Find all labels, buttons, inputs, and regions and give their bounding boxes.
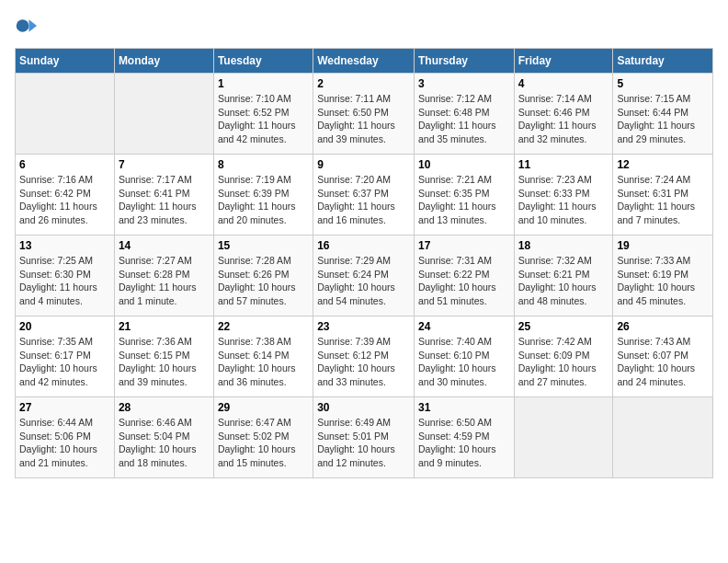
- day-number: 22: [218, 320, 309, 333]
- day-number: 3: [418, 77, 510, 90]
- calendar-cell: 3Sunrise: 7:12 AM Sunset: 6:48 PM Daylig…: [414, 74, 514, 155]
- day-detail: Sunrise: 6:49 AM Sunset: 5:01 PM Dayligh…: [317, 416, 410, 470]
- calendar-week-5: 27Sunrise: 6:44 AM Sunset: 5:06 PM Dayli…: [16, 397, 713, 478]
- day-detail: Sunrise: 7:42 AM Sunset: 6:09 PM Dayligh…: [518, 335, 609, 389]
- weekday-header-monday: Monday: [114, 49, 213, 74]
- day-detail: Sunrise: 7:11 AM Sunset: 6:50 PM Dayligh…: [317, 92, 410, 146]
- calendar-cell: 21Sunrise: 7:36 AM Sunset: 6:15 PM Dayli…: [114, 316, 213, 397]
- calendar-cell: [114, 74, 213, 155]
- weekday-header-row: SundayMondayTuesdayWednesdayThursdayFrid…: [16, 49, 713, 74]
- day-detail: Sunrise: 7:25 AM Sunset: 6:30 PM Dayligh…: [19, 254, 110, 308]
- day-detail: Sunrise: 6:47 AM Sunset: 5:02 PM Dayligh…: [218, 416, 309, 470]
- calendar-cell: 8Sunrise: 7:19 AM Sunset: 6:39 PM Daylig…: [213, 155, 313, 236]
- day-detail: Sunrise: 7:15 AM Sunset: 6:44 PM Dayligh…: [617, 92, 709, 146]
- day-number: 7: [119, 158, 210, 171]
- calendar-week-4: 20Sunrise: 7:35 AM Sunset: 6:17 PM Dayli…: [16, 316, 713, 397]
- day-detail: Sunrise: 7:27 AM Sunset: 6:28 PM Dayligh…: [119, 254, 210, 308]
- day-number: 8: [218, 158, 309, 171]
- calendar-cell: 19Sunrise: 7:33 AM Sunset: 6:19 PM Dayli…: [613, 236, 713, 316]
- day-number: 27: [19, 401, 110, 414]
- weekday-header-saturday: Saturday: [613, 49, 713, 74]
- day-number: 24: [418, 320, 510, 333]
- calendar-cell: 26Sunrise: 7:43 AM Sunset: 6:07 PM Dayli…: [613, 316, 713, 397]
- calendar-cell: 1Sunrise: 7:10 AM Sunset: 6:52 PM Daylig…: [213, 74, 313, 155]
- day-number: 1: [218, 77, 309, 90]
- day-detail: Sunrise: 7:19 AM Sunset: 6:39 PM Dayligh…: [218, 173, 309, 227]
- weekday-header-tuesday: Tuesday: [213, 49, 313, 74]
- calendar-cell: 28Sunrise: 6:46 AM Sunset: 5:04 PM Dayli…: [114, 397, 213, 478]
- day-detail: Sunrise: 7:28 AM Sunset: 6:26 PM Dayligh…: [218, 254, 309, 308]
- day-detail: Sunrise: 7:32 AM Sunset: 6:21 PM Dayligh…: [518, 254, 609, 308]
- day-detail: Sunrise: 7:24 AM Sunset: 6:31 PM Dayligh…: [617, 173, 709, 227]
- day-detail: Sunrise: 7:38 AM Sunset: 6:14 PM Dayligh…: [218, 335, 309, 389]
- day-number: 23: [317, 320, 410, 333]
- calendar-cell: 11Sunrise: 7:23 AM Sunset: 6:33 PM Dayli…: [514, 155, 613, 236]
- day-number: 20: [19, 320, 110, 333]
- day-number: 11: [518, 158, 609, 171]
- svg-point-0: [17, 19, 29, 32]
- calendar-cell: 22Sunrise: 7:38 AM Sunset: 6:14 PM Dayli…: [213, 316, 313, 397]
- calendar-cell: 23Sunrise: 7:39 AM Sunset: 6:12 PM Dayli…: [313, 316, 415, 397]
- calendar-cell: 16Sunrise: 7:29 AM Sunset: 6:24 PM Dayli…: [313, 236, 415, 316]
- weekday-header-thursday: Thursday: [414, 49, 514, 74]
- day-detail: Sunrise: 6:50 AM Sunset: 4:59 PM Dayligh…: [418, 416, 510, 470]
- calendar-cell: 29Sunrise: 6:47 AM Sunset: 5:02 PM Dayli…: [213, 397, 313, 478]
- day-number: 30: [317, 401, 410, 414]
- day-number: 17: [418, 239, 510, 252]
- day-detail: Sunrise: 7:31 AM Sunset: 6:22 PM Dayligh…: [418, 254, 510, 308]
- day-detail: Sunrise: 7:39 AM Sunset: 6:12 PM Dayligh…: [317, 335, 410, 389]
- day-detail: Sunrise: 7:35 AM Sunset: 6:17 PM Dayligh…: [19, 335, 110, 389]
- calendar-week-2: 6Sunrise: 7:16 AM Sunset: 6:42 PM Daylig…: [16, 155, 713, 236]
- calendar-week-3: 13Sunrise: 7:25 AM Sunset: 6:30 PM Dayli…: [16, 236, 713, 316]
- day-number: 18: [518, 239, 609, 252]
- day-detail: Sunrise: 7:21 AM Sunset: 6:35 PM Dayligh…: [418, 173, 510, 227]
- calendar-week-1: 1Sunrise: 7:10 AM Sunset: 6:52 PM Daylig…: [16, 74, 713, 155]
- day-number: 21: [119, 320, 210, 333]
- day-detail: Sunrise: 6:44 AM Sunset: 5:06 PM Dayligh…: [19, 416, 110, 470]
- day-number: 16: [317, 239, 410, 252]
- day-number: 31: [418, 401, 510, 414]
- day-number: 26: [617, 320, 709, 333]
- day-detail: Sunrise: 7:40 AM Sunset: 6:10 PM Dayligh…: [418, 335, 510, 389]
- day-number: 10: [418, 158, 510, 171]
- calendar-cell: 30Sunrise: 6:49 AM Sunset: 5:01 PM Dayli…: [313, 397, 415, 478]
- day-detail: Sunrise: 7:17 AM Sunset: 6:41 PM Dayligh…: [119, 173, 210, 227]
- day-number: 5: [617, 77, 709, 90]
- day-detail: Sunrise: 7:12 AM Sunset: 6:48 PM Dayligh…: [418, 92, 510, 146]
- calendar-cell: 25Sunrise: 7:42 AM Sunset: 6:09 PM Dayli…: [514, 316, 613, 397]
- day-number: 12: [617, 158, 709, 171]
- calendar-cell: 24Sunrise: 7:40 AM Sunset: 6:10 PM Dayli…: [414, 316, 514, 397]
- calendar-cell: 6Sunrise: 7:16 AM Sunset: 6:42 PM Daylig…: [16, 155, 115, 236]
- calendar-cell: 18Sunrise: 7:32 AM Sunset: 6:21 PM Dayli…: [514, 236, 613, 316]
- day-number: 19: [617, 239, 709, 252]
- page-header: [15, 15, 713, 37]
- day-detail: Sunrise: 7:16 AM Sunset: 6:42 PM Dayligh…: [19, 173, 110, 227]
- calendar-cell: 10Sunrise: 7:21 AM Sunset: 6:35 PM Dayli…: [414, 155, 514, 236]
- logo: [15, 15, 40, 37]
- weekday-header-wednesday: Wednesday: [313, 49, 415, 74]
- calendar-table: SundayMondayTuesdayWednesdayThursdayFrid…: [15, 48, 713, 478]
- calendar-cell: 9Sunrise: 7:20 AM Sunset: 6:37 PM Daylig…: [313, 155, 415, 236]
- calendar-cell: 2Sunrise: 7:11 AM Sunset: 6:50 PM Daylig…: [313, 74, 415, 155]
- calendar-cell: 4Sunrise: 7:14 AM Sunset: 6:46 PM Daylig…: [514, 74, 613, 155]
- calendar-cell: 13Sunrise: 7:25 AM Sunset: 6:30 PM Dayli…: [16, 236, 115, 316]
- day-detail: Sunrise: 6:46 AM Sunset: 5:04 PM Dayligh…: [119, 416, 210, 470]
- calendar-cell: 15Sunrise: 7:28 AM Sunset: 6:26 PM Dayli…: [213, 236, 313, 316]
- day-number: 4: [518, 77, 609, 90]
- calendar-cell: 31Sunrise: 6:50 AM Sunset: 4:59 PM Dayli…: [414, 397, 514, 478]
- logo-icon: [15, 15, 37, 37]
- day-number: 25: [518, 320, 609, 333]
- calendar-cell: 7Sunrise: 7:17 AM Sunset: 6:41 PM Daylig…: [114, 155, 213, 236]
- svg-marker-1: [28, 19, 37, 32]
- day-detail: Sunrise: 7:33 AM Sunset: 6:19 PM Dayligh…: [617, 254, 709, 308]
- weekday-header-sunday: Sunday: [16, 49, 115, 74]
- day-detail: Sunrise: 7:43 AM Sunset: 6:07 PM Dayligh…: [617, 335, 709, 389]
- calendar-cell: 5Sunrise: 7:15 AM Sunset: 6:44 PM Daylig…: [613, 74, 713, 155]
- day-detail: Sunrise: 7:29 AM Sunset: 6:24 PM Dayligh…: [317, 254, 410, 308]
- weekday-header-friday: Friday: [514, 49, 613, 74]
- calendar-cell: [613, 397, 713, 478]
- day-number: 2: [317, 77, 410, 90]
- calendar-cell: 14Sunrise: 7:27 AM Sunset: 6:28 PM Dayli…: [114, 236, 213, 316]
- day-detail: Sunrise: 7:20 AM Sunset: 6:37 PM Dayligh…: [317, 173, 410, 227]
- day-detail: Sunrise: 7:10 AM Sunset: 6:52 PM Dayligh…: [218, 92, 309, 146]
